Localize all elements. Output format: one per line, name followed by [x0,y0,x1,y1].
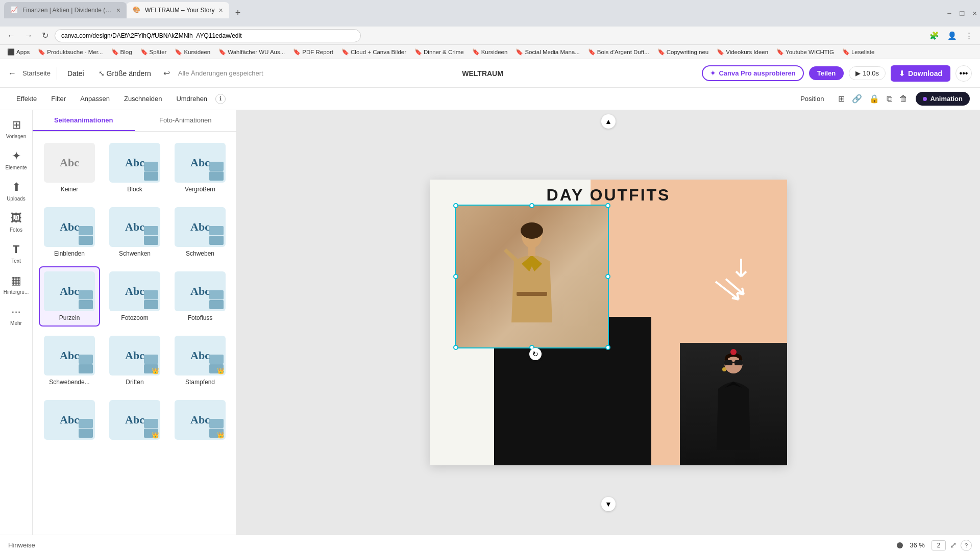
tab2-close[interactable]: × [219,6,223,14]
effekte-btn[interactable]: Effekte [10,92,43,106]
bookmark-video[interactable]: 🔖 Videokurs Ideen [714,47,771,57]
copy-icon-btn[interactable]: ⧉ [885,92,894,106]
sidebar-item-vorlagen[interactable]: ⊞ Vorlagen [2,114,31,143]
anim-14[interactable]: Abc 👑 [104,395,165,448]
anim-schwebendes-preview: Abc [44,336,95,375]
bm-icon12: 🔖 [657,48,665,56]
reload-btn[interactable]: ↻ [39,30,52,41]
bookmark-bois[interactable]: 🔖 Bois d'Argent Duft... [585,47,652,57]
back-nav-btn[interactable]: ← [4,30,18,41]
anim-vergroessern[interactable]: Abc Vergrößern [169,138,231,198]
sidebar-item-text[interactable]: T Text [2,239,31,268]
anim-fotozoom[interactable]: Abc Fotozoom [104,266,165,327]
close-browser-btn[interactable]: × [969,8,980,18]
info-btn[interactable]: ℹ [215,94,226,104]
bookmark-lese[interactable]: 🔖 Leseliste [839,47,877,57]
sidebar-item-elemente[interactable]: ✦ Elemente [2,145,31,174]
anim-block[interactable]: Abc Block [104,138,165,198]
help-btn[interactable]: ? [961,540,972,551]
anim-stampfend-label: Stampfend [185,379,215,386]
anim-einblenden[interactable]: Abc Einblenden [39,202,100,262]
anim-15[interactable]: Abc 👑 [169,395,231,448]
bookmark-cloud-label: Cloud + Canva Bilder [351,49,406,55]
rotate-handle[interactable]: ↻ [529,348,542,360]
canvas-photo1-container[interactable] [455,205,608,348]
bookmark-dinner[interactable]: 🔖 Dinner & Crime [411,47,467,57]
tab-2[interactable]: 🎨 WELTRAUM – Your Story × [127,2,229,18]
bookmark-copy[interactable]: 🔖 Copywriting neu [654,47,712,57]
trash-icon-btn[interactable]: 🗑 [897,92,910,106]
bookmark-produktsuche-label: Produktsuche - Mer... [47,49,103,55]
bookmark-produktsuche[interactable]: 🔖 Produktsuche - Mer... [35,47,106,57]
lock-icon-btn[interactable]: 🔒 [867,92,881,106]
bookmark-social[interactable]: 🔖 Social Media Mana... [512,47,582,57]
bookmark-pdf-label: PDF Report [302,49,333,55]
sidebar-item-fotos[interactable]: 🖼 Fotos [2,208,31,237]
groesse-btn[interactable]: ⤡ Größe ändern [94,67,155,80]
new-tab-button[interactable]: + [231,8,245,18]
anim-schweben[interactable]: Abc Schweben [169,202,231,262]
bookmark-apps[interactable]: ⬛ Apps [4,47,33,57]
sidebar-item-uploads[interactable]: ⬆ Uploads [2,177,31,206]
anim-fotofluss[interactable]: Abc Fotofluss [169,266,231,327]
bookmark-wahlfacher[interactable]: 🔖 Wahlfächer WU Aus... [215,47,288,57]
filter-btn[interactable]: Filter [45,92,72,106]
anim-13[interactable]: Abc [39,395,100,448]
datei-btn[interactable]: Datei [63,67,88,80]
umdrehen-btn[interactable]: Umdrehen [170,92,213,106]
startseite-label[interactable]: Startseite [22,69,51,77]
vorlagen-icon: ⊞ [12,118,21,132]
url-input[interactable] [55,29,361,42]
bookmark-youtube[interactable]: 🔖 Youtube WICHTIG [773,47,837,57]
timer-btn[interactable]: ▶ 10.0s [849,66,886,80]
anpassen-btn[interactable]: Anpassen [74,92,116,106]
tab-foto-animationen[interactable]: Foto-Animationen [135,110,237,131]
tab-1[interactable]: 📈 Finanzen | Aktien | Dividende (C... × [4,2,127,18]
anim-schwebendes[interactable]: Abc Schwebende... [39,331,100,391]
bookmark-kursideen1[interactable]: 🔖 Kursideen [172,47,213,57]
download-btn[interactable]: ⬇ Download [891,65,950,82]
anim-schwenken-preview: Abc [109,207,160,247]
anim-schwebendes-abc: Abc [60,349,79,362]
grid-icon-btn[interactable]: ⊞ [836,92,847,106]
sidebar-item-hintergrund[interactable]: ▦ Hintergrü... [2,270,31,299]
tab-seitenanimationen[interactable]: Seitenanimationen [33,110,135,131]
bookmark-kursideen2[interactable]: 🔖 Kursideen [469,47,511,57]
zuschneiden-btn[interactable]: Zuschneiden [118,92,168,106]
undo-btn[interactable]: ↩ [161,66,172,80]
folder3 [209,162,224,171]
anim-fotofluss-folders [209,290,224,309]
canvas-nav-bottom-btn[interactable]: ▼ [601,497,616,511]
canvas-nav-top-btn[interactable]: ▲ [601,114,616,129]
mehr-label: Mehr [10,320,22,326]
tab1-close[interactable]: × [116,6,120,14]
animation-active-btn[interactable]: Animation [916,92,970,106]
minimize-btn[interactable]: − [944,8,954,18]
settings-btn[interactable]: ⋮ [962,30,976,41]
anim-schwenken[interactable]: Abc Schwenken [104,202,165,262]
bookmark-spaeter[interactable]: 🔖 Später [137,47,170,57]
canva-pro-btn[interactable]: ✦ Canva Pro ausprobieren [702,65,803,81]
bookmark-pdf[interactable]: 🔖 PDF Report [290,47,336,57]
bookmark-cloud[interactable]: 🔖 Cloud + Canva Bilder [338,47,409,57]
canvas-wrapper[interactable]: DAY OUTFITS [430,180,787,465]
anim-keiner[interactable]: Abc Keiner [39,138,100,198]
maximize-btn[interactable]: □ [957,8,967,18]
anim-stampfend[interactable]: Abc 👑 Stampfend [169,331,231,391]
profile-btn[interactable]: 👤 [944,30,960,41]
bookmark-blog[interactable]: 🔖 Blog [108,47,135,57]
home-back-btn[interactable]: ← [8,68,16,79]
share-btn[interactable]: Teilen [809,66,844,80]
forward-nav-btn[interactable]: → [21,30,36,41]
zoom-slider-dot[interactable] [897,542,903,548]
fullscreen-btn[interactable]: ⤢ [950,540,957,550]
bookmark-spaeter-label: Später [150,49,167,55]
anim-einblenden-label: Einblenden [54,250,85,257]
extensions-btn[interactable]: 🧩 [926,30,942,41]
anim-driften[interactable]: Abc 👑 Driften [104,331,165,391]
position-btn[interactable]: Position [794,92,830,106]
anim-purzeln[interactable]: Abc Purzeln [39,266,100,327]
link-icon-btn[interactable]: 🔗 [850,92,864,106]
sidebar-item-mehr[interactable]: ··· Mehr [2,301,31,330]
more-options-btn[interactable]: ••• [955,65,972,82]
